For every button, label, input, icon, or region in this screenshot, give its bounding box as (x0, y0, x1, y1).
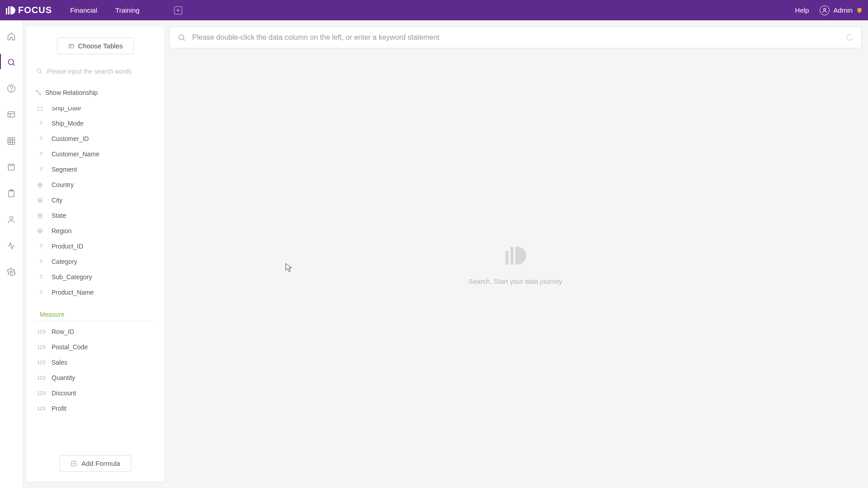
relationship-label: Show Relationship (45, 89, 98, 96)
dimension-item[interactable]: TProduct_ID (33, 239, 158, 254)
columns-list: Ship_DateTShip_ModeTCustomer_IDTCustomer… (26, 107, 165, 448)
svg-point-11 (9, 216, 13, 220)
column-name: Sub_Category (52, 273, 92, 281)
dimension-item[interactable]: Country (33, 177, 158, 192)
svg-rect-7 (8, 138, 14, 145)
dimension-item[interactable]: City (33, 192, 158, 208)
show-relationship-toggle[interactable]: Show Relationship (35, 89, 156, 102)
topnav-item-financial[interactable]: Financial (70, 6, 97, 14)
user-menu[interactable]: Admin (820, 5, 863, 15)
text-type-icon: T (37, 259, 45, 264)
help-link[interactable]: Help (795, 6, 809, 14)
num-type-icon: 123 (37, 375, 45, 380)
choose-tables-button[interactable]: Choose Tables (57, 38, 134, 54)
topnav-item-training[interactable]: Training (115, 6, 140, 14)
measure-item[interactable]: 123Discount (33, 385, 158, 401)
geo-type-icon (37, 213, 45, 219)
topnav: Financial Training + (70, 6, 182, 14)
column-name: Customer_ID (52, 135, 89, 142)
relationship-icon (35, 89, 42, 96)
user-avatar-icon (820, 5, 830, 15)
loading-icon (846, 34, 853, 41)
measure-item[interactable]: 123Row_ID (33, 324, 158, 339)
dimension-item[interactable]: TCustomer_ID (33, 131, 158, 146)
column-name: Product_Name (52, 289, 94, 296)
text-type-icon: T (37, 121, 45, 126)
measure-item[interactable]: 123Profit (33, 401, 158, 416)
nav-settings-icon[interactable] (6, 267, 16, 277)
nav-dashboard-icon[interactable] (6, 110, 16, 120)
column-name: Sales (52, 359, 67, 366)
body: Choose Tables Show Relationship Ship_Dat… (0, 20, 868, 488)
svg-rect-0 (6, 8, 7, 14)
nav-grid-icon[interactable] (6, 136, 16, 146)
text-type-icon: T (37, 151, 45, 157)
nav-archive-icon[interactable] (6, 162, 16, 172)
iconbar (0, 20, 23, 488)
column-name: Region (52, 227, 71, 235)
nav-user-icon[interactable] (6, 215, 16, 225)
geo-type-icon (37, 197, 45, 203)
brand-logo: FOCUS (5, 5, 52, 15)
table-icon (68, 43, 75, 49)
dimension-item[interactable]: State (33, 208, 158, 223)
num-type-icon: 123 (37, 390, 45, 396)
column-name: Country (52, 181, 74, 188)
dimension-item[interactable]: TSegment (33, 162, 158, 177)
nav-clipboard-icon[interactable] (6, 188, 16, 198)
query-bar (169, 27, 862, 48)
svg-point-23 (179, 35, 184, 40)
svg-rect-24 (505, 251, 509, 265)
text-type-icon: T (37, 167, 45, 172)
search-icon (36, 68, 42, 74)
sidepanel-search (35, 65, 156, 78)
column-name: Segment (52, 166, 77, 173)
text-type-icon: T (37, 244, 45, 249)
num-type-icon: 123 (37, 329, 45, 334)
svg-rect-8 (8, 164, 14, 170)
plus-square-icon (71, 460, 77, 467)
column-name: Quantity (52, 374, 75, 381)
column-name: Product_ID (52, 243, 83, 250)
measure-item[interactable]: 123Quantity (33, 370, 158, 385)
nav-activity-icon[interactable] (6, 241, 16, 251)
geo-type-icon (37, 182, 45, 188)
dimension-item[interactable]: Ship_Date (33, 107, 158, 116)
dimension-item[interactable]: Region (33, 223, 158, 239)
add-tab-button[interactable]: + (174, 6, 182, 14)
column-name: Ship_Date (52, 107, 81, 112)
logo-watermark-icon (505, 245, 526, 267)
dimension-item[interactable]: TSub_Category (33, 269, 158, 285)
svg-rect-6 (8, 112, 14, 117)
sidepanel-search-input[interactable] (35, 65, 156, 78)
search-icon (178, 33, 186, 42)
nav-home-icon[interactable] (6, 31, 16, 41)
svg-point-3 (8, 59, 14, 65)
measure-item[interactable]: 123Sales (33, 355, 158, 370)
dimension-item[interactable]: TCategory (33, 254, 158, 269)
svg-point-14 (37, 69, 41, 72)
svg-rect-1 (8, 6, 9, 14)
svg-rect-13 (69, 44, 74, 47)
measure-item[interactable]: 123Postal_Code (33, 339, 158, 355)
dimension-item[interactable]: TShip_Mode (33, 116, 158, 131)
dimension-item[interactable]: TCustomer_Name (33, 146, 158, 162)
column-name: Row_ID (52, 328, 74, 335)
column-name: Postal_Code (52, 343, 88, 351)
text-type-icon: T (37, 136, 45, 141)
topbar-right: Help Admin (795, 5, 863, 15)
svg-rect-25 (510, 247, 514, 264)
text-type-icon: T (37, 290, 45, 295)
user-name: Admin (833, 6, 853, 14)
add-formula-button[interactable]: Add Formula (59, 455, 132, 472)
nav-search-icon[interactable] (6, 57, 16, 67)
column-name: Profit (52, 405, 66, 412)
dimension-item[interactable]: TProduct_Name (33, 285, 158, 300)
add-formula-label: Add Formula (81, 460, 120, 467)
measure-section-header: Measure (35, 303, 156, 321)
topbar: FOCUS Financial Training + Help Admin (0, 0, 868, 20)
nav-help-icon[interactable] (6, 84, 16, 94)
query-input[interactable] (192, 33, 840, 42)
text-type-icon: T (37, 274, 45, 280)
column-name: Customer_Name (52, 150, 99, 158)
